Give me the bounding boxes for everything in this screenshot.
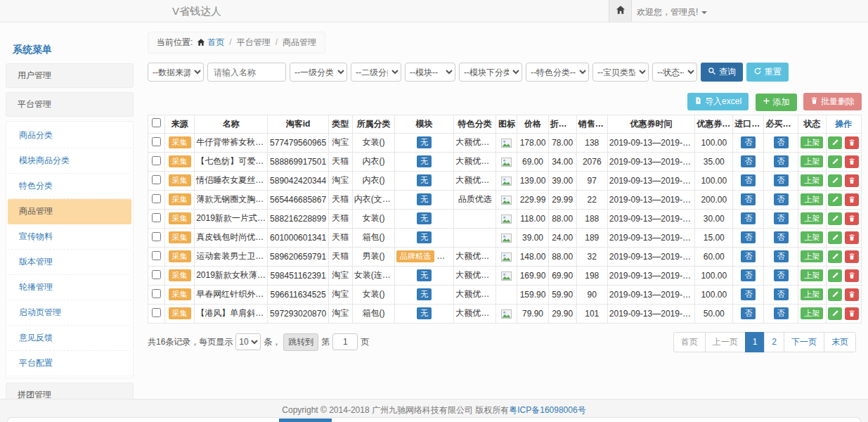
- must-buy-badge[interactable]: 否: [774, 193, 789, 205]
- filter-select[interactable]: --一级分类--: [290, 63, 347, 82]
- row-checkbox[interactable]: [152, 289, 161, 298]
- sidebar-item[interactable]: 轮播管理: [8, 275, 131, 300]
- user-menu[interactable]: 欢迎您，管理员!: [637, 6, 707, 18]
- must-buy-badge[interactable]: 否: [774, 212, 789, 224]
- home-button[interactable]: [609, 0, 632, 22]
- edit-button[interactable]: [828, 307, 842, 320]
- add-button[interactable]: 添加: [756, 94, 797, 111]
- page-button[interactable]: 2: [764, 332, 784, 352]
- reset-button[interactable]: 重置: [746, 63, 789, 82]
- row-checkbox[interactable]: [152, 194, 161, 203]
- delete-button[interactable]: [845, 250, 859, 263]
- edit-button[interactable]: [828, 288, 842, 301]
- import-select-badge[interactable]: 否: [741, 288, 756, 300]
- row-checkbox[interactable]: [152, 308, 161, 317]
- jump-page-input[interactable]: [332, 333, 358, 350]
- status-badge[interactable]: 上架: [801, 231, 823, 243]
- sidebar-item[interactable]: 特色分类: [8, 174, 131, 199]
- must-buy-badge[interactable]: 否: [774, 231, 789, 243]
- edit-button[interactable]: [828, 212, 842, 225]
- data-source-select[interactable]: --数据来源--: [148, 63, 204, 82]
- delete-button[interactable]: [845, 269, 859, 282]
- import-select-badge[interactable]: 否: [741, 231, 756, 243]
- edit-button[interactable]: [828, 174, 842, 187]
- sidebar-item[interactable]: 版本管理: [8, 250, 131, 275]
- must-buy-badge[interactable]: 否: [774, 174, 789, 186]
- select-all-checkbox[interactable]: [152, 118, 161, 127]
- delete-button[interactable]: [845, 193, 859, 206]
- sidebar-item[interactable]: 宣传物料: [8, 224, 131, 250]
- delete-button[interactable]: [845, 155, 859, 168]
- import-select-badge[interactable]: 否: [741, 212, 756, 224]
- filter-select[interactable]: --状态--: [652, 63, 697, 82]
- import-excel-button[interactable]: 导入excel: [687, 93, 749, 110]
- status-badge[interactable]: 上架: [801, 250, 823, 262]
- sidebar-item[interactable]: 启动页管理: [8, 300, 131, 326]
- edit-button[interactable]: [828, 193, 842, 206]
- page-button[interactable]: 下一页: [784, 332, 824, 352]
- delete-button[interactable]: [845, 212, 859, 225]
- import-select-badge[interactable]: 否: [741, 155, 756, 167]
- sidebar-item[interactable]: 用户管理: [6, 63, 134, 88]
- search-button[interactable]: 查询: [701, 63, 743, 82]
- delete-button[interactable]: [845, 136, 859, 149]
- row-checkbox[interactable]: [152, 232, 161, 241]
- icp-link[interactable]: 粤ICP备16098006号: [509, 405, 585, 415]
- filter-select[interactable]: --模块下分类--: [459, 63, 522, 82]
- breadcrumb-home-link[interactable]: 首页: [207, 37, 224, 47]
- import-select-badge[interactable]: 否: [741, 193, 756, 205]
- status-badge[interactable]: 上架: [801, 193, 823, 205]
- must-buy-badge[interactable]: 否: [774, 155, 789, 167]
- edit-button[interactable]: [828, 155, 842, 168]
- status-badge[interactable]: 上架: [801, 155, 823, 167]
- edit-button[interactable]: [828, 136, 842, 149]
- must-buy-badge[interactable]: 否: [774, 269, 789, 281]
- import-select-badge[interactable]: 否: [741, 174, 756, 186]
- must-buy-badge[interactable]: 否: [774, 250, 789, 262]
- sidebar-item[interactable]: 模块商品分类: [8, 148, 131, 174]
- jump-button[interactable]: 跳转到: [283, 333, 318, 351]
- import-select-badge[interactable]: 否: [741, 269, 756, 281]
- filter-select[interactable]: --宝贝类型--: [592, 63, 649, 82]
- filter-select[interactable]: --特色分类--: [526, 63, 589, 82]
- must-buy-badge[interactable]: 否: [774, 307, 789, 319]
- import-select-badge[interactable]: 否: [741, 250, 756, 262]
- row-checkbox[interactable]: [152, 213, 161, 222]
- row-checkbox[interactable]: [152, 270, 161, 279]
- filter-select[interactable]: --二级分类--: [351, 63, 401, 82]
- page-button[interactable]: 1: [745, 332, 765, 352]
- sidebar-item[interactable]: 意见反馈: [8, 326, 131, 351]
- row-checkbox[interactable]: [152, 175, 161, 184]
- must-buy-badge[interactable]: 否: [774, 288, 789, 300]
- page-button[interactable]: 末页: [824, 332, 856, 352]
- delete-button[interactable]: [845, 231, 859, 244]
- status-badge[interactable]: 上架: [801, 307, 823, 319]
- delete-button[interactable]: [845, 288, 859, 301]
- sidebar-item[interactable]: 商品分类: [8, 123, 131, 148]
- sidebar-item[interactable]: 平台配置: [8, 351, 131, 376]
- row-checkbox[interactable]: [152, 251, 161, 260]
- filter-select[interactable]: --模块--: [405, 63, 455, 82]
- must-buy-badge[interactable]: 否: [774, 136, 789, 148]
- per-page-select[interactable]: 10: [235, 333, 261, 350]
- name-search-input[interactable]: [207, 63, 286, 82]
- delete-button[interactable]: [845, 307, 859, 320]
- edit-button[interactable]: [828, 231, 842, 244]
- delete-button[interactable]: [845, 174, 859, 187]
- row-checkbox[interactable]: [152, 137, 161, 146]
- edit-button[interactable]: [828, 269, 842, 282]
- import-select-badge[interactable]: 否: [741, 136, 756, 148]
- page-button[interactable]: 上一页: [705, 332, 746, 352]
- import-select-badge[interactable]: 否: [741, 307, 756, 319]
- row-checkbox[interactable]: [152, 156, 161, 165]
- edit-button[interactable]: [828, 250, 842, 263]
- status-badge[interactable]: 上架: [801, 269, 823, 281]
- sidebar-item[interactable]: 平台管理: [6, 92, 134, 117]
- status-badge[interactable]: 上架: [801, 174, 823, 186]
- status-badge[interactable]: 上架: [801, 288, 823, 300]
- batch-delete-button[interactable]: 批量删除: [803, 93, 862, 110]
- sidebar-item[interactable]: 商品管理: [8, 199, 131, 224]
- status-badge[interactable]: 上架: [801, 136, 823, 148]
- status-badge[interactable]: 上架: [801, 212, 823, 224]
- page-button[interactable]: 首页: [673, 332, 706, 352]
